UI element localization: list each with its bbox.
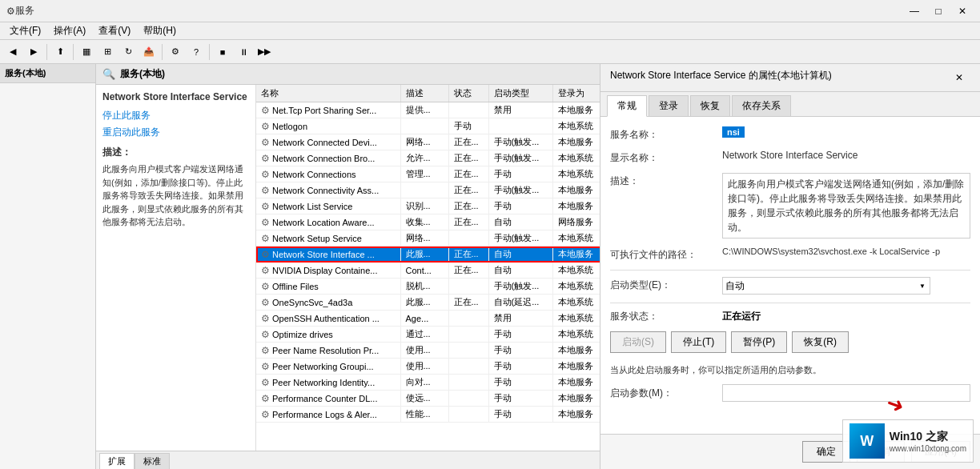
services-panel: 🔍 服务(本地) Network Store Interface Service…: [96, 64, 600, 469]
table-row[interactable]: ⚙Netlogon手动本地系统: [256, 118, 600, 134]
help-button[interactable]: ?: [187, 42, 206, 62]
restart-button[interactable]: ▶▶: [255, 42, 274, 62]
up-button[interactable]: ⬆: [50, 42, 70, 62]
service-status-value: 正在运行: [722, 310, 761, 323]
table-row[interactable]: ⚙OneSyncSvc_4ad3a此服...正在...自动(延迟...本地系统: [256, 295, 600, 311]
service-name-cell: ⚙Peer Networking Groupi...: [256, 359, 400, 375]
services-panel-title: 服务(本地): [120, 67, 165, 81]
service-name-cell: ⚙Network List Service: [256, 198, 400, 214]
col-status-header[interactable]: 状态: [448, 85, 488, 102]
exec-path-value: C:\WINDOWS\system32\svchost.exe -k Local…: [722, 247, 970, 256]
services-panel-header: 🔍 服务(本地): [96, 64, 600, 85]
startup-type-select-wrapper[interactable]: 自动 自动(延迟启动) 手动 禁用: [722, 277, 930, 295]
tab-extended[interactable]: 扩展: [99, 453, 135, 469]
resume-service-button[interactable]: 恢复(R): [792, 331, 849, 353]
service-startup-cell: [488, 118, 552, 134]
col-desc-header[interactable]: 描述: [400, 85, 448, 102]
pause-button[interactable]: ⏸: [234, 42, 253, 62]
description-label: 描述：: [610, 173, 722, 188]
service-startup-cell: 自动: [488, 263, 552, 279]
props-close-button[interactable]: ✕: [948, 69, 970, 86]
table-row[interactable]: ⚙Network Setup Service网络...手动(触发...本地系统: [256, 230, 600, 247]
table-row[interactable]: ⚙Network Connection Bro...允许...正在...手动(触…: [256, 150, 600, 166]
minimize-button[interactable]: —: [903, 2, 926, 20]
start-service-button[interactable]: 启动(S): [610, 331, 666, 353]
menu-bar: 文件(F) 操作(A) 查看(V) 帮助(H): [0, 22, 980, 40]
service-status-cell: 正在...: [448, 182, 488, 198]
tab-standard[interactable]: 标准: [135, 453, 170, 469]
col-startup-header[interactable]: 启动类型: [488, 85, 552, 102]
service-logon-cell: 本地服务: [552, 343, 600, 359]
table-row[interactable]: ⚙Network Connected Devi...网络...正在...手动(触…: [256, 134, 600, 150]
service-logon-cell: 本地系统: [552, 166, 600, 182]
service-name-cell: ⚙NVIDIA Display Containe...: [256, 263, 400, 279]
table-row[interactable]: ⚙Network Location Aware...收集...正在...自动网络…: [256, 214, 600, 230]
tab-logon[interactable]: 登录: [649, 95, 689, 116]
props-title-bar: Network Store Interface Service 的属性(本地计算…: [600, 64, 980, 92]
maximize-button[interactable]: □: [927, 2, 950, 20]
startup-params-input[interactable]: [722, 384, 970, 402]
export-button[interactable]: 📤: [139, 42, 159, 62]
forward-button[interactable]: ▶: [24, 42, 43, 62]
table-row[interactable]: ⚙Net.Tcp Port Sharing Ser...提供...禁用本地服务: [256, 102, 600, 118]
pause-service-button[interactable]: 暂停(P): [731, 331, 787, 353]
table-row[interactable]: ⚙Performance Logs & Aler...性能...手动本地服务: [256, 407, 600, 423]
service-status-label: 服务状态：: [610, 310, 722, 323]
properties-button[interactable]: ⚙: [166, 42, 185, 62]
service-startup-cell: 禁用: [488, 102, 552, 118]
service-startup-cell: 手动(触发...: [488, 230, 552, 247]
service-name-cell: ⚙Performance Logs & Aler...: [256, 407, 400, 423]
startup-type-select[interactable]: 自动 自动(延迟启动) 手动 禁用: [722, 277, 930, 295]
service-logon-cell: 本地服务: [552, 391, 600, 407]
service-status-cell: [448, 327, 488, 343]
table-row[interactable]: ⚙Network Connections管理...正在...手动本地系统: [256, 166, 600, 182]
stop-service-button[interactable]: 停止(T): [671, 331, 726, 353]
close-button[interactable]: ✕: [951, 2, 974, 20]
service-desc-cell: 使远...: [400, 391, 448, 407]
table-row[interactable]: ⚙Offline Files脱机...手动(触发...本地系统: [256, 279, 600, 295]
service-name-cell: ⚙Performance Counter DL...: [256, 391, 400, 407]
service-desc-cell: 网络...: [400, 230, 448, 247]
service-status-cell: [448, 391, 488, 407]
table-row[interactable]: ⚙Optimize drives通过...手动本地系统: [256, 327, 600, 343]
back-button[interactable]: ◀: [3, 42, 22, 62]
tab-general[interactable]: 常规: [607, 95, 647, 117]
table-row[interactable]: ⚙Performance Counter DL...使远...手动本地服务: [256, 391, 600, 407]
table-row[interactable]: ⚙Network Store Interface ...此服...正在...自动…: [256, 247, 600, 263]
service-status-cell: [448, 359, 488, 375]
col-name-header[interactable]: 名称: [256, 85, 400, 102]
service-logon-cell: 本地系统: [552, 311, 600, 327]
service-name-label: 服务名称：: [610, 126, 722, 142]
service-name-row: 服务名称： nsi: [610, 126, 970, 142]
menu-file[interactable]: 文件(F): [3, 22, 47, 39]
service-desc-cell: 使用...: [400, 359, 448, 375]
tab-dependencies[interactable]: 依存关系: [732, 95, 791, 116]
service-startup-cell: 手动: [488, 359, 552, 375]
service-desc-cell: [400, 118, 448, 134]
table-row[interactable]: ⚙Network Connectivity Ass...正在...手动(触发..…: [256, 182, 600, 198]
table-row[interactable]: ⚙OpenSSH Authentication ...Age...禁用本地系统: [256, 311, 600, 327]
service-name-cell: ⚙Network Location Aware...: [256, 214, 400, 230]
service-name-cell: ⚙Peer Name Resolution Pr...: [256, 343, 400, 359]
stop-button[interactable]: ■: [213, 42, 232, 62]
col-logon-header[interactable]: 登录为: [552, 85, 600, 102]
table-row[interactable]: ⚙Peer Networking Groupi...使用...手动本地服务: [256, 359, 600, 375]
service-desc-cell: 脱机...: [400, 279, 448, 295]
table-row[interactable]: ⚙Peer Name Resolution Pr...使用...手动本地服务: [256, 343, 600, 359]
tab-recovery[interactable]: 恢复: [690, 95, 730, 116]
menu-help[interactable]: 帮助(H): [137, 22, 183, 39]
show-hide-button[interactable]: ▦: [77, 42, 96, 62]
table-row[interactable]: ⚙Network List Service识别...正在...手动本地服务: [256, 198, 600, 214]
table-row[interactable]: ⚙NVIDIA Display Containe...Cont...正在...自…: [256, 263, 600, 279]
table-row[interactable]: ⚙Peer Networking Identity...向对...手动本地服务: [256, 375, 600, 391]
service-status-cell: [448, 311, 488, 327]
brand-info: Win10 之家 www.win10xtong.com: [890, 430, 966, 453]
stop-service-link[interactable]: 停止此服务: [102, 109, 249, 122]
refresh-button[interactable]: ↻: [118, 42, 138, 62]
restart-service-link[interactable]: 重启动此服务: [102, 126, 249, 139]
services-list[interactable]: 名称 描述 状态 启动类型 登录为 ⚙Net.Tcp Port Sharing …: [256, 85, 600, 451]
menu-view[interactable]: 查看(V): [92, 22, 137, 39]
menu-action[interactable]: 操作(A): [47, 22, 92, 39]
service-logon-cell: 本地服务: [552, 198, 600, 214]
view-button[interactable]: ⊞: [98, 42, 117, 62]
